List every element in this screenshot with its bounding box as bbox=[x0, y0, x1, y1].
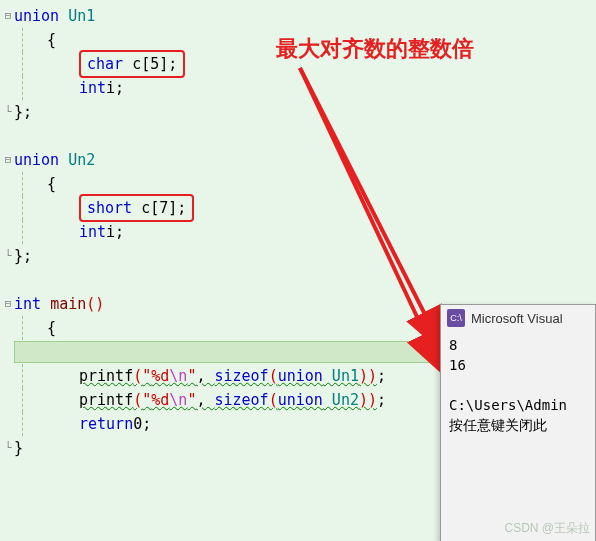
watermark: CSDN @王朵拉 bbox=[504, 520, 590, 537]
terminal-titlebar[interactable]: C:\ Microsoft Visual bbox=[441, 305, 595, 331]
fold-icon[interactable]: ⊟ bbox=[2, 4, 14, 28]
fold-icon[interactable]: ⊟ bbox=[2, 148, 14, 172]
annotation-text: 最大对齐数的整数倍 bbox=[276, 34, 474, 64]
highlighted-field: char c[5]; bbox=[79, 50, 185, 78]
fold-end-icon: └ bbox=[2, 100, 14, 124]
keyword-int: int bbox=[14, 292, 41, 316]
terminal-output: 8 16 C:\Users\Admin 按任意键关闭此 bbox=[441, 331, 595, 439]
highlighted-field: short c[7]; bbox=[79, 194, 194, 222]
terminal-title-text: Microsoft Visual bbox=[471, 311, 563, 326]
type-name: Un2 bbox=[68, 148, 95, 172]
fold-end-icon: └ bbox=[2, 244, 14, 268]
printf-call: printf("%d\n", sizeof(union Un2)) bbox=[79, 388, 377, 412]
brace-open: { bbox=[47, 28, 56, 52]
brace-open: { bbox=[47, 172, 56, 196]
fold-icon[interactable]: ⊟ bbox=[2, 292, 14, 316]
vs-icon: C:\ bbox=[447, 309, 465, 327]
terminal-window[interactable]: C:\ Microsoft Visual 8 16 C:\Users\Admin… bbox=[440, 304, 596, 541]
type-name: Un1 bbox=[68, 4, 95, 28]
close-statement: }; bbox=[14, 244, 32, 268]
close-statement: }; bbox=[14, 100, 32, 124]
keyword-union: union bbox=[14, 148, 59, 172]
keyword-return: return bbox=[79, 412, 133, 436]
brace-close: } bbox=[14, 436, 23, 460]
keyword-int: int bbox=[79, 220, 106, 244]
keyword-union: union bbox=[14, 4, 59, 28]
function-name: main bbox=[50, 292, 86, 316]
keyword-int: int bbox=[79, 76, 106, 100]
parens: () bbox=[86, 292, 104, 316]
fold-end-icon: └ bbox=[2, 436, 14, 460]
printf-call: printf("%d\n", sizeof(union Un1)) bbox=[79, 364, 377, 388]
brace-open: { bbox=[47, 316, 56, 340]
